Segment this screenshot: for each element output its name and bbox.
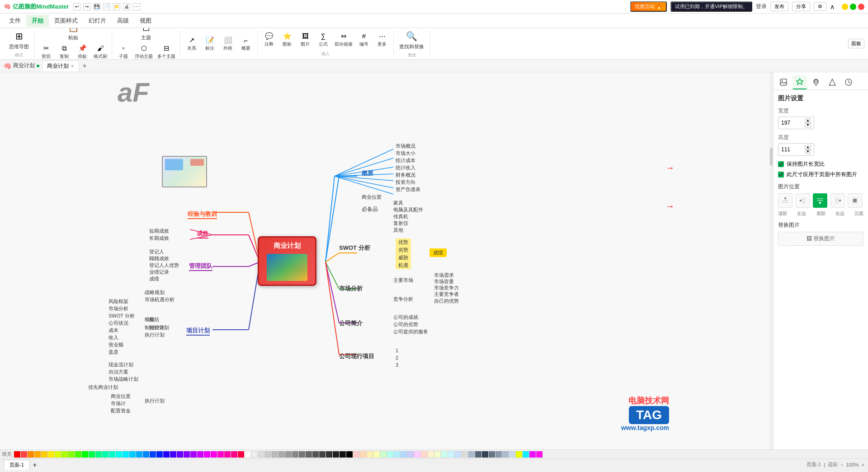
branch-xiangmu-jihua[interactable]: 项目计划 [186, 327, 210, 336]
color-swatch[interactable] [163, 451, 170, 458]
color-swatch[interactable] [340, 451, 346, 458]
color-swatch[interactable] [82, 451, 88, 458]
new-btn[interactable]: 📄 [103, 3, 110, 10]
leaf-shichang-jiyu[interactable]: 市场机遇分析 [145, 296, 175, 303]
leaf-shichang-rongliang[interactable]: 市场容量 [434, 278, 454, 285]
login-button[interactable]: 登录 [756, 3, 767, 10]
leaf-shangye-weizhi2[interactable]: 商业位置 [111, 393, 131, 400]
pos-left-btn[interactable] [796, 193, 810, 208]
apply-all-checkbox[interactable] [778, 172, 784, 178]
color-swatch[interactable] [353, 451, 359, 458]
branch-gongsi-jianjie[interactable]: 公司简介 [339, 319, 363, 327]
scrollbar-thumb[interactable] [770, 148, 773, 166]
panel-tab-clock[interactable] [841, 75, 856, 89]
copy-btn[interactable]: ⧉ 复制 [56, 43, 73, 60]
leaf-shichang-gaikuang[interactable]: 市场概况 [396, 143, 415, 150]
color-swatch[interactable] [421, 451, 427, 458]
color-swatch[interactable] [68, 451, 75, 458]
branch-xianzai-xiangmu[interactable]: 公司现行项目 [339, 352, 374, 360]
color-swatch[interactable] [272, 451, 278, 458]
leaf-shichang-daxiao[interactable]: 市场大小 [396, 150, 415, 157]
leaf-jingzheng-fenxi[interactable]: 竞争分析 [393, 296, 413, 303]
panel-tab-image[interactable] [776, 75, 791, 89]
color-swatch[interactable] [455, 451, 461, 458]
findreplace-btn[interactable]: 🔍 查找和替换 [396, 29, 427, 51]
color-swatch[interactable] [197, 451, 203, 458]
color-swatch[interactable] [21, 451, 27, 458]
leaf-swot-fenxi[interactable]: SWOT 分析 [108, 313, 135, 319]
color-swatch[interactable] [448, 451, 454, 458]
color-swatch[interactable] [401, 451, 407, 458]
center-node[interactable]: 商业计划 [258, 236, 316, 286]
color-swatch[interactable] [529, 451, 536, 458]
color-swatch[interactable] [367, 451, 373, 458]
color-swatch[interactable] [462, 451, 468, 458]
color-swatch[interactable] [278, 451, 285, 458]
color-swatch[interactable] [441, 451, 448, 458]
bottom-add-page-btn[interactable]: + [31, 461, 39, 469]
width-down-btn[interactable]: ▼ [805, 123, 811, 127]
tab-business-plan[interactable]: 商业计划 ✕ [42, 61, 79, 71]
promo-button[interactable]: 优惠活动 🔥 [630, 1, 667, 12]
cut-btn[interactable]: ✂ 剪切 [38, 43, 55, 60]
leaf-fenxi-kuangjia[interactable]: 风险框架 [108, 298, 128, 305]
close-button[interactable] [858, 4, 864, 10]
floating-btn[interactable]: ⬡ 浮动主题 [133, 43, 155, 60]
color-swatch[interactable] [14, 451, 20, 458]
color-swatch[interactable] [516, 451, 522, 458]
branch-jingyan-jiaoxun[interactable]: 经验与教训 [188, 210, 217, 219]
color-swatch[interactable] [156, 451, 163, 458]
leaf-ziji-youshi[interactable]: 自己的优势 [434, 298, 459, 304]
branch-bibeipin[interactable]: 必备品 [362, 206, 378, 213]
leaf-chuanzhen[interactable]: 传真机 [393, 213, 408, 220]
tab-add-button[interactable]: + [80, 61, 89, 70]
folder-btn[interactable]: 📁 [113, 3, 120, 10]
leaf-youshi[interactable]: 优势 [396, 238, 411, 246]
zoom-out-btn[interactable]: − [840, 462, 843, 467]
leaf-youxiu-shangyejihua[interactable]: 优先商业计划 [88, 384, 118, 391]
print-btn[interactable]: 🖨 [123, 3, 130, 10]
color-swatch[interactable] [89, 451, 95, 458]
icon-btn[interactable]: ⭐ 图标 [278, 31, 296, 48]
leaf-tongji-chengben[interactable]: 统计成本 [396, 157, 415, 164]
height-down-btn[interactable]: ▼ [805, 150, 811, 154]
color-swatch[interactable] [475, 451, 481, 458]
color-swatch[interactable] [75, 451, 81, 458]
leaf-zhixing-jihua[interactable]: 执行计划 [145, 332, 165, 338]
minimize-button[interactable] [842, 4, 848, 10]
color-swatch[interactable] [95, 451, 102, 458]
color-swatch[interactable] [28, 451, 34, 458]
branch-gaiyao[interactable]: 概要 [362, 169, 373, 178]
color-swatch[interactable] [407, 451, 414, 458]
menu-advanced[interactable]: 高级 [112, 15, 134, 27]
color-swatch[interactable] [360, 451, 366, 458]
leaf-touzi-fangxiang[interactable]: 投资方向 [396, 179, 415, 186]
leaf-chengjing[interactable]: 成绩 [149, 276, 159, 282]
leaf-item2[interactable]: 2 [396, 355, 398, 360]
footnote-btn[interactable]: 💬 注释 [260, 31, 278, 48]
color-swatch[interactable] [387, 451, 393, 458]
leaf-tongji-shouru[interactable]: 统计收入 [396, 164, 415, 171]
leaf-yeji-jilu[interactable]: 业绩记录 [149, 269, 169, 276]
color-swatch[interactable] [380, 451, 387, 458]
share-button[interactable]: 分享 [792, 2, 810, 11]
color-swatch[interactable] [238, 451, 244, 458]
branch-chengxiao[interactable]: 成效 [197, 229, 208, 238]
zoom-in-btn[interactable]: + [862, 462, 864, 467]
leaf-zijin-fangan[interactable]: 自治方案 [108, 369, 128, 375]
color-swatch[interactable] [346, 451, 353, 458]
color-swatch[interactable] [177, 451, 183, 458]
redo-btn[interactable]: ↪ [83, 3, 90, 10]
leaf-shichang-ji[interactable]: 市场计 [111, 400, 126, 407]
border-btn[interactable]: ⬜ 外框 [219, 35, 236, 52]
color-swatch[interactable] [394, 451, 400, 458]
zoom-fit-btn[interactable]: 适应 [828, 461, 838, 468]
color-swatch[interactable] [61, 451, 68, 458]
color-swatch[interactable] [143, 451, 149, 458]
color-swatch[interactable] [468, 451, 475, 458]
leaf-gongsi-fuwu[interactable]: 公司提供的服务 [393, 328, 428, 335]
color-swatch[interactable] [502, 451, 509, 458]
leaf-gongsi-ruoshi[interactable]: 公司的劣势 [393, 321, 418, 328]
paste-btn[interactable]: 📋 粘贴 [64, 28, 82, 42]
note-btn[interactable]: 📝 标注 [201, 35, 218, 52]
